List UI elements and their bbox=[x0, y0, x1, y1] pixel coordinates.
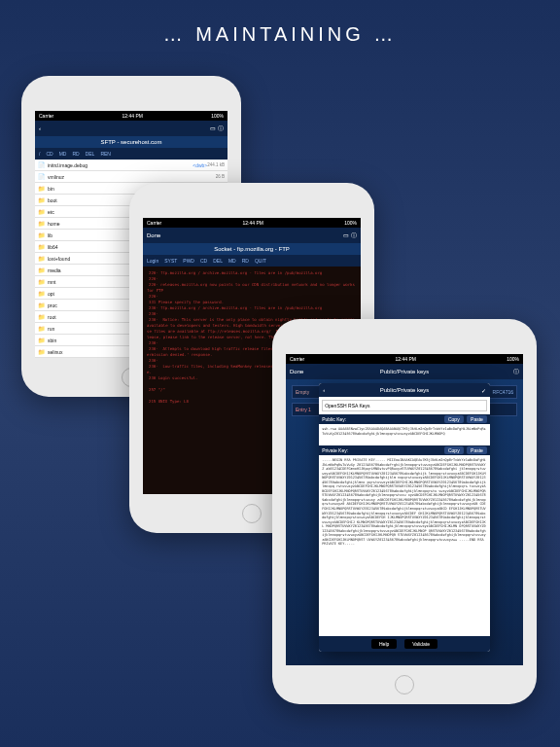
file-meta: 244.1 kB bbox=[207, 162, 225, 167]
toolbar-rd[interactable]: RD bbox=[242, 258, 249, 264]
info-button[interactable]: ⓘ bbox=[490, 368, 519, 376]
private-key-text[interactable]: -----BEGIN RSA PRIVATE KEY----- MIIEowIB… bbox=[319, 455, 490, 636]
folder-icon: 📁 bbox=[38, 278, 48, 285]
copy-public-button[interactable]: Copy bbox=[444, 415, 464, 423]
folder-icon: 📁 bbox=[38, 231, 48, 238]
status-bar: Carrier12:44 PM100% bbox=[143, 218, 361, 228]
key-dialog: ‹ Public/Private keys ✓ Public Key: Copy… bbox=[319, 383, 490, 652]
copy-private-button[interactable]: Copy bbox=[444, 446, 464, 454]
folder-icon: 📁 bbox=[38, 290, 48, 297]
paste-public-button[interactable]: Paste bbox=[467, 415, 487, 423]
toolbar-quit[interactable]: QUIT bbox=[255, 258, 266, 264]
connection-title: SFTP - securehost.com bbox=[35, 136, 228, 148]
toolbar-syst[interactable]: SYST bbox=[164, 258, 177, 264]
info-button[interactable]: ▭ ⓘ bbox=[194, 124, 224, 133]
file-meta: 26 B bbox=[216, 174, 225, 179]
file-name: initrd.image.debug bbox=[48, 162, 192, 168]
path-toolbar[interactable]: /CDMDRDDELREN bbox=[35, 148, 228, 160]
key-name-input[interactable] bbox=[322, 400, 487, 411]
connection-title: Socket - ftp.mozilla.org - FTP bbox=[143, 243, 361, 255]
dialog-footer: Help Validate bbox=[319, 636, 490, 652]
ftp-toolbar[interactable]: LoginSYSTPWDCDDELMDRDQUIT bbox=[143, 255, 361, 267]
public-key-header: Public Key: Copy Paste bbox=[319, 414, 490, 424]
public-key-text[interactable]: ssh-rsa AAAAB3NzaC1yc2EAAAADAQABAAABAQC7… bbox=[319, 424, 490, 445]
folder-icon: 📁 bbox=[38, 348, 48, 355]
validate-button[interactable]: Validate bbox=[404, 639, 438, 649]
file-name: vmlinuz bbox=[48, 174, 216, 180]
toolbar-del[interactable]: DEL bbox=[86, 151, 95, 157]
info-button[interactable]: ▭ ⓘ bbox=[328, 231, 357, 240]
toolbar-cd[interactable]: CD bbox=[46, 151, 52, 157]
folder-icon: 📁 bbox=[38, 313, 48, 320]
dialog-back-button[interactable]: ‹ bbox=[323, 387, 325, 393]
home-button[interactable] bbox=[242, 504, 262, 523]
home-button[interactable] bbox=[395, 675, 414, 694]
link-icon: 📄 bbox=[38, 173, 48, 180]
dialog-confirm-button[interactable]: ✓ bbox=[481, 387, 486, 394]
toolbar-cd[interactable]: CD bbox=[200, 258, 207, 264]
list-item[interactable]: 📄initrd.image.debug<dwb>244.1 kB bbox=[35, 160, 228, 171]
dialog-header: ‹ Public/Private keys ✓ bbox=[319, 383, 490, 397]
folder-icon: 📁 bbox=[38, 255, 48, 262]
help-button[interactable]: Help bbox=[371, 639, 397, 649]
folder-icon: 📁 bbox=[38, 325, 48, 332]
toolbar-/[interactable]: / bbox=[39, 151, 40, 157]
back-button[interactable]: ‹ bbox=[39, 125, 68, 131]
done-button[interactable]: Done bbox=[147, 232, 176, 238]
nav-bar: Done ▭ ⓘ bbox=[143, 228, 361, 243]
toolbar-pwd[interactable]: PWD bbox=[183, 258, 194, 264]
list-item[interactable]: 📄vmlinuz26 B bbox=[35, 171, 228, 183]
folder-icon: 📁 bbox=[38, 185, 48, 192]
nav-bar: ‹ ▭ ⓘ bbox=[35, 121, 228, 136]
toolbar-ren[interactable]: REN bbox=[100, 151, 111, 157]
toolbar-del[interactable]: DEL bbox=[213, 258, 223, 264]
tablet-keys: Carrier12:44 PM100% Done Public/Private … bbox=[272, 319, 537, 704]
toolbar-rd[interactable]: RD bbox=[72, 151, 79, 157]
status-bar: Carrier12:44 PM100% bbox=[286, 354, 523, 364]
file-icon: 📄 bbox=[38, 161, 48, 168]
headline: … MAINTAINING … bbox=[0, 0, 560, 46]
done-button[interactable]: Done bbox=[290, 369, 319, 374]
folder-icon: 📁 bbox=[38, 196, 48, 203]
nav-bar: Done Public/Private keys ⓘ bbox=[286, 364, 523, 379]
folder-icon: 📁 bbox=[38, 220, 48, 227]
toolbar-md[interactable]: MD bbox=[228, 258, 236, 264]
status-bar: Carrier12:44 PM100% bbox=[35, 111, 228, 121]
folder-icon: 📁 bbox=[38, 243, 48, 250]
private-key-header: Private Key: Copy Paste bbox=[319, 445, 490, 455]
toolbar-login[interactable]: Login bbox=[147, 258, 158, 264]
toolbar-md[interactable]: MD bbox=[59, 151, 67, 157]
paste-private-button[interactable]: Paste bbox=[467, 446, 487, 454]
folder-icon: 📁 bbox=[38, 337, 48, 343]
folder-icon: 📁 bbox=[38, 208, 48, 215]
folder-icon: 📁 bbox=[38, 302, 48, 308]
folder-icon: 📁 bbox=[38, 267, 48, 273]
